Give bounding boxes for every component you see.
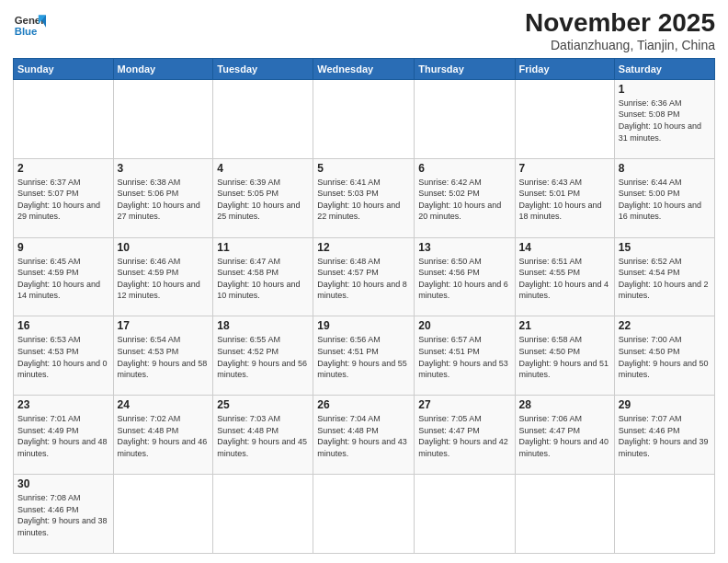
day-cell: 1Sunrise: 6:36 AM Sunset: 5:08 PM Daylig… — [614, 79, 714, 158]
day-number: 25 — [217, 398, 309, 411]
day-number: 1 — [619, 83, 711, 96]
day-cell — [213, 79, 313, 158]
month-title: November 2025 — [525, 9, 715, 38]
day-number: 14 — [519, 241, 610, 254]
day-cell — [113, 475, 213, 554]
week-row-3: 16Sunrise: 6:53 AM Sunset: 4:53 PM Dayli… — [14, 316, 715, 396]
day-info: Sunrise: 7:08 AM Sunset: 4:46 PM Dayligh… — [17, 492, 109, 538]
day-number: 15 — [619, 241, 711, 254]
day-info: Sunrise: 6:46 AM Sunset: 4:59 PM Dayligh… — [118, 256, 210, 302]
day-cell: 25Sunrise: 7:03 AM Sunset: 4:48 PM Dayli… — [213, 396, 313, 475]
day-number: 19 — [317, 319, 410, 332]
day-info: Sunrise: 6:39 AM Sunset: 5:05 PM Dayligh… — [217, 177, 309, 223]
day-info: Sunrise: 6:37 AM Sunset: 5:07 PM Dayligh… — [17, 177, 109, 223]
day-number: 2 — [17, 162, 109, 175]
day-info: Sunrise: 6:41 AM Sunset: 5:03 PM Dayligh… — [317, 177, 410, 223]
day-number: 21 — [519, 319, 610, 332]
day-number: 22 — [619, 319, 711, 332]
day-cell: 26Sunrise: 7:04 AM Sunset: 4:48 PM Dayli… — [313, 396, 415, 475]
day-info: Sunrise: 6:47 AM Sunset: 4:58 PM Dayligh… — [217, 256, 309, 302]
week-row-4: 23Sunrise: 7:01 AM Sunset: 4:49 PM Dayli… — [14, 396, 715, 475]
day-info: Sunrise: 6:52 AM Sunset: 4:54 PM Dayligh… — [619, 256, 711, 302]
day-info: Sunrise: 6:53 AM Sunset: 4:53 PM Dayligh… — [17, 334, 109, 380]
col-saturday: Saturday — [614, 58, 714, 79]
day-cell: 16Sunrise: 6:53 AM Sunset: 4:53 PM Dayli… — [14, 316, 114, 396]
day-cell: 20Sunrise: 6:57 AM Sunset: 4:51 PM Dayli… — [415, 316, 515, 396]
week-row-2: 9Sunrise: 6:45 AM Sunset: 4:59 PM Daylig… — [14, 237, 715, 316]
day-number: 30 — [17, 477, 109, 490]
day-cell — [614, 475, 714, 554]
day-cell: 29Sunrise: 7:07 AM Sunset: 4:46 PM Dayli… — [614, 396, 714, 475]
day-cell — [515, 79, 614, 158]
day-number: 8 — [619, 162, 711, 175]
col-friday: Friday — [515, 58, 614, 79]
day-info: Sunrise: 7:06 AM Sunset: 4:47 PM Dayligh… — [519, 413, 610, 459]
day-cell: 17Sunrise: 6:54 AM Sunset: 4:53 PM Dayli… — [113, 316, 213, 396]
day-number: 17 — [118, 319, 210, 332]
day-cell: 13Sunrise: 6:50 AM Sunset: 4:56 PM Dayli… — [415, 237, 515, 316]
col-wednesday: Wednesday — [313, 58, 415, 79]
day-number: 9 — [17, 241, 109, 254]
day-info: Sunrise: 6:48 AM Sunset: 4:57 PM Dayligh… — [317, 256, 410, 302]
day-cell: 19Sunrise: 6:56 AM Sunset: 4:51 PM Dayli… — [313, 316, 415, 396]
day-number: 5 — [317, 162, 410, 175]
day-info: Sunrise: 7:00 AM Sunset: 4:50 PM Dayligh… — [619, 334, 711, 380]
day-info: Sunrise: 7:07 AM Sunset: 4:46 PM Dayligh… — [619, 413, 711, 459]
calendar-table: Sunday Monday Tuesday Wednesday Thursday… — [13, 58, 715, 554]
day-cell — [313, 79, 415, 158]
day-info: Sunrise: 7:01 AM Sunset: 4:49 PM Dayligh… — [17, 413, 109, 459]
week-row-5: 30Sunrise: 7:08 AM Sunset: 4:46 PM Dayli… — [14, 475, 715, 554]
header: General Blue November 2025 Datianzhuang,… — [13, 9, 715, 52]
day-cell: 12Sunrise: 6:48 AM Sunset: 4:57 PM Dayli… — [313, 237, 415, 316]
day-info: Sunrise: 6:57 AM Sunset: 4:51 PM Dayligh… — [418, 334, 510, 380]
day-info: Sunrise: 6:36 AM Sunset: 5:08 PM Dayligh… — [619, 98, 711, 144]
week-row-1: 2Sunrise: 6:37 AM Sunset: 5:07 PM Daylig… — [14, 158, 715, 237]
day-cell: 27Sunrise: 7:05 AM Sunset: 4:47 PM Dayli… — [415, 396, 515, 475]
day-cell: 28Sunrise: 7:06 AM Sunset: 4:47 PM Dayli… — [515, 396, 614, 475]
logo-icon: General Blue — [13, 9, 46, 42]
day-info: Sunrise: 6:43 AM Sunset: 5:01 PM Dayligh… — [519, 177, 610, 223]
day-cell: 24Sunrise: 7:02 AM Sunset: 4:48 PM Dayli… — [113, 396, 213, 475]
day-number: 23 — [17, 398, 109, 411]
day-cell: 15Sunrise: 6:52 AM Sunset: 4:54 PM Dayli… — [614, 237, 714, 316]
day-number: 4 — [217, 162, 309, 175]
day-info: Sunrise: 6:54 AM Sunset: 4:53 PM Dayligh… — [118, 334, 210, 380]
day-info: Sunrise: 6:56 AM Sunset: 4:51 PM Dayligh… — [317, 334, 410, 380]
day-number: 13 — [418, 241, 510, 254]
day-info: Sunrise: 6:58 AM Sunset: 4:50 PM Dayligh… — [519, 334, 610, 380]
day-number: 16 — [17, 319, 109, 332]
day-info: Sunrise: 7:05 AM Sunset: 4:47 PM Dayligh… — [418, 413, 510, 459]
col-thursday: Thursday — [415, 58, 515, 79]
day-cell: 22Sunrise: 7:00 AM Sunset: 4:50 PM Dayli… — [614, 316, 714, 396]
header-row: Sunday Monday Tuesday Wednesday Thursday… — [14, 58, 715, 79]
location-subtitle: Datianzhuang, Tianjin, China — [525, 38, 715, 52]
day-cell: 11Sunrise: 6:47 AM Sunset: 4:58 PM Dayli… — [213, 237, 313, 316]
day-cell: 3Sunrise: 6:38 AM Sunset: 5:06 PM Daylig… — [113, 158, 213, 237]
col-monday: Monday — [113, 58, 213, 79]
day-cell — [213, 475, 313, 554]
day-number: 29 — [619, 398, 711, 411]
day-cell: 7Sunrise: 6:43 AM Sunset: 5:01 PM Daylig… — [515, 158, 614, 237]
day-cell: 6Sunrise: 6:42 AM Sunset: 5:02 PM Daylig… — [415, 158, 515, 237]
day-info: Sunrise: 6:38 AM Sunset: 5:06 PM Dayligh… — [118, 177, 210, 223]
day-number: 26 — [317, 398, 410, 411]
day-info: Sunrise: 6:50 AM Sunset: 4:56 PM Dayligh… — [418, 256, 510, 302]
col-tuesday: Tuesday — [213, 58, 313, 79]
day-info: Sunrise: 7:03 AM Sunset: 4:48 PM Dayligh… — [217, 413, 309, 459]
day-number: 24 — [118, 398, 210, 411]
day-cell: 2Sunrise: 6:37 AM Sunset: 5:07 PM Daylig… — [14, 158, 114, 237]
day-cell: 5Sunrise: 6:41 AM Sunset: 5:03 PM Daylig… — [313, 158, 415, 237]
day-cell — [415, 475, 515, 554]
svg-text:Blue: Blue — [15, 26, 38, 37]
day-number: 11 — [217, 241, 309, 254]
day-cell: 14Sunrise: 6:51 AM Sunset: 4:55 PM Dayli… — [515, 237, 614, 316]
day-info: Sunrise: 6:51 AM Sunset: 4:55 PM Dayligh… — [519, 256, 610, 302]
day-cell — [313, 475, 415, 554]
day-cell: 4Sunrise: 6:39 AM Sunset: 5:05 PM Daylig… — [213, 158, 313, 237]
day-number: 12 — [317, 241, 410, 254]
day-cell: 18Sunrise: 6:55 AM Sunset: 4:52 PM Dayli… — [213, 316, 313, 396]
week-row-0: 1Sunrise: 6:36 AM Sunset: 5:08 PM Daylig… — [14, 79, 715, 158]
day-number: 10 — [118, 241, 210, 254]
day-cell — [515, 475, 614, 554]
day-cell — [113, 79, 213, 158]
